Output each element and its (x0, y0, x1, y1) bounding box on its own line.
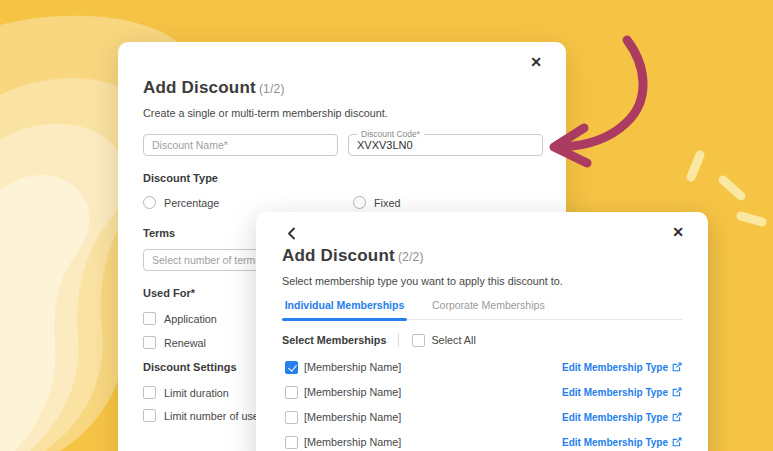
membership-checkbox[interactable] (285, 361, 298, 374)
external-link-icon (672, 387, 682, 397)
radio-fixed-label: Fixed (374, 197, 400, 209)
modal1-subtitle: Create a single or multi-term membership… (143, 107, 543, 119)
tab-corporate-memberships[interactable]: Corporate Memberships (432, 299, 545, 319)
page-background: ✕ Add Discount(1/2) Create a single or m… (0, 0, 773, 451)
checkbox-icon[interactable] (143, 409, 156, 422)
edit-membership-type-link[interactable]: Edit Membership Type (562, 412, 682, 423)
discount-type-label: Discount Type (143, 172, 543, 184)
select-all-label: Select All (431, 334, 475, 346)
terms-placeholder: Select number of terms* (152, 254, 265, 266)
membership-name: [Membership Name] (304, 436, 401, 448)
modal2-title-text: Add Discount (282, 246, 395, 265)
select-all-checkbox[interactable] (412, 334, 425, 347)
membership-row: [Membership Name] Edit Membership Type (282, 410, 682, 424)
external-link-icon (672, 362, 682, 372)
discount-name-input[interactable]: Discount Name* (143, 134, 338, 156)
discount-code-label: Discount Code* (357, 129, 424, 139)
membership-row: [Membership Name] Edit Membership Type (282, 435, 682, 449)
checkbox-limit-number-of-use-label: Limit number of use (164, 410, 259, 422)
checkbox-renewal-label: Renewal (164, 337, 206, 349)
checkbox-icon[interactable] (143, 386, 156, 399)
membership-list: [Membership Name] Edit Membership Type [… (282, 360, 682, 449)
radio-fixed[interactable]: Fixed (353, 196, 400, 209)
back-icon[interactable] (287, 227, 296, 240)
edit-membership-type-link[interactable]: Edit Membership Type (562, 437, 682, 448)
edit-link-label: Edit Membership Type (562, 412, 668, 423)
checkbox-icon[interactable] (143, 336, 156, 349)
page-title: Add Discount(1/2) (143, 78, 543, 98)
close-icon[interactable]: ✕ (530, 55, 542, 69)
edit-link-label: Edit Membership Type (562, 437, 668, 448)
external-link-icon (672, 437, 682, 447)
close-icon[interactable]: ✕ (672, 225, 684, 239)
discount-code-value: XVXV3LN0 (357, 139, 413, 151)
membership-tabs: Individual Memberships Corporate Members… (282, 299, 682, 320)
membership-name: [Membership Name] (304, 361, 401, 373)
vertical-divider (398, 333, 399, 347)
add-discount-modal-step2: ✕ Add Discount(2/2) Select membership ty… (256, 212, 708, 451)
modal1-title-text: Add Discount (143, 78, 256, 97)
radio-circle-icon[interactable] (353, 196, 366, 209)
edit-membership-type-link[interactable]: Edit Membership Type (562, 362, 682, 373)
radio-circle-icon[interactable] (143, 196, 156, 209)
page-title: Add Discount(2/2) (282, 246, 682, 266)
membership-checkbox[interactable] (285, 411, 298, 424)
modal2-subtitle: Select membership type you want to apply… (282, 275, 682, 287)
membership-checkbox[interactable] (285, 436, 298, 449)
modal1-step-indicator: (1/2) (259, 82, 285, 96)
edit-membership-type-link[interactable]: Edit Membership Type (562, 387, 682, 398)
membership-name: [Membership Name] (304, 386, 401, 398)
membership-name: [Membership Name] (304, 411, 401, 423)
edit-link-label: Edit Membership Type (562, 387, 668, 398)
discount-name-placeholder: Discount Name* (152, 139, 228, 151)
edit-link-label: Edit Membership Type (562, 362, 668, 373)
membership-row: [Membership Name] Edit Membership Type (282, 385, 682, 399)
checkbox-icon[interactable] (143, 312, 156, 325)
modal2-step-indicator: (2/2) (398, 250, 424, 264)
discount-code-input[interactable]: Discount Code* XVXV3LN0 (348, 134, 543, 156)
radio-percentage-label: Percentage (164, 197, 219, 209)
tab-individual-memberships[interactable]: Individual Memberships (282, 299, 407, 319)
checkbox-application-label: Application (164, 313, 217, 325)
membership-checkbox[interactable] (285, 386, 298, 399)
external-link-icon (672, 412, 682, 422)
checkbox-limit-duration-label: Limit duration (164, 387, 229, 399)
radio-percentage[interactable]: Percentage (143, 196, 353, 209)
membership-row: [Membership Name] Edit Membership Type (282, 360, 682, 374)
select-memberships-label: Select Memberships (282, 334, 386, 346)
